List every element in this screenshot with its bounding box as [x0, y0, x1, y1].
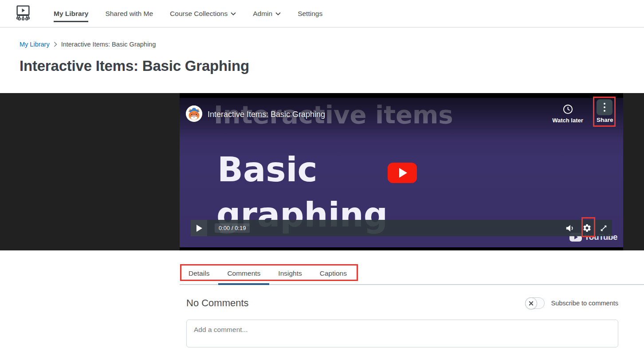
nav-item-course-collections[interactable]: Course Collections [170, 0, 236, 27]
tab-insights[interactable]: Insights [269, 264, 310, 284]
breadcrumb: My Library Interactive Items: Basic Grap… [20, 41, 644, 48]
watch-later-button[interactable]: Watch later [550, 104, 585, 124]
settings-gear-icon [582, 223, 592, 233]
nav-item-label: My Library [54, 10, 88, 18]
page-title: Interactive Items: Basic Graphing [20, 58, 644, 74]
x-icon [529, 301, 534, 306]
nav-item-my-library[interactable]: My Library [54, 0, 88, 27]
watch-later-label: Watch later [550, 117, 585, 124]
tab-label: Captions [320, 269, 347, 277]
avatar-cat-illustration [186, 105, 202, 122]
youtube-play-button[interactable] [388, 163, 417, 183]
video-player[interactable]: Interactive items Basic graphing YouTube [180, 98, 623, 247]
share-label: Share [597, 117, 613, 123]
youtube-embed-player: Interactive items Basic graphing YouTube [180, 93, 623, 250]
channel-avatar[interactable] [186, 105, 202, 122]
tab-label: Insights [278, 269, 302, 277]
content-tabs: Details Comments Insights Captions [180, 264, 644, 284]
youtube-play-icon [399, 168, 407, 178]
chevron-right-icon [54, 42, 57, 47]
fullscreen-icon [599, 224, 608, 233]
nav-item-label: Shared with Me [105, 10, 153, 18]
play-button[interactable] [191, 220, 207, 236]
nav-item-label: Course Collections [170, 10, 228, 18]
video-theater-strip: Interactive items Basic graphing YouTube [0, 93, 644, 250]
top-navigation: My Library Shared with Me Course Collect… [0, 0, 644, 27]
volume-button[interactable] [565, 223, 575, 233]
subscribe-to-comments: Subscribe to comments [525, 297, 618, 309]
no-comments-heading: No Comments [186, 297, 249, 309]
tab-captions[interactable]: Captions [311, 264, 356, 284]
nav-item-label: Settings [298, 10, 322, 18]
nav-item-shared-with-me[interactable]: Shared with Me [105, 0, 153, 27]
share-button[interactable]: Share [597, 99, 613, 123]
media-library-logo[interactable] [14, 4, 32, 23]
tab-details[interactable]: Details [180, 264, 218, 284]
breadcrumb-current: Interactive Items: Basic Graphing [61, 41, 156, 48]
kebab-menu-icon [597, 99, 613, 115]
video-overlay-title[interactable]: Interactive Items: Basic Graphing [208, 110, 325, 119]
settings-button[interactable] [582, 223, 592, 233]
toggle-knob [525, 297, 537, 309]
chevron-down-icon [275, 12, 281, 16]
comments-section: No Comments Subscribe to comments [186, 297, 618, 349]
content-tabs-bar: Details Comments Insights Captions [180, 264, 644, 285]
volume-icon [565, 223, 575, 233]
clock-icon [563, 104, 573, 114]
fullscreen-button[interactable] [599, 223, 609, 233]
tab-comments[interactable]: Comments [218, 264, 269, 284]
media-library-logo-icon [14, 4, 32, 23]
nav-items: My Library Shared with Me Course Collect… [54, 0, 322, 27]
subscribe-toggle[interactable] [525, 297, 545, 309]
play-icon [196, 225, 202, 232]
nav-item-settings[interactable]: Settings [298, 0, 322, 27]
subscribe-label: Subscribe to comments [551, 300, 618, 307]
add-comment-input[interactable] [186, 320, 618, 347]
breadcrumb-link-my-library[interactable]: My Library [20, 41, 50, 48]
nav-item-admin[interactable]: Admin [253, 0, 281, 27]
tab-label: Details [188, 269, 209, 277]
player-control-bar: 0:00 / 0:19 [191, 220, 612, 236]
nav-item-label: Admin [253, 10, 272, 18]
time-display: 0:00 / 0:19 [215, 223, 250, 233]
tab-label: Comments [227, 269, 260, 277]
chevron-down-icon [231, 12, 236, 16]
video-frame-text-line2: Basic [217, 153, 318, 187]
